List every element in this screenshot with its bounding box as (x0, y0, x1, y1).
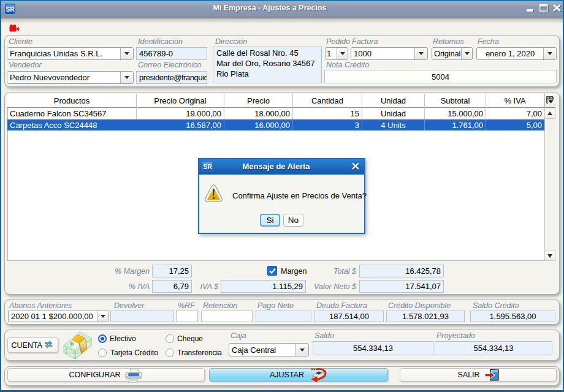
svg-text:SR: SR (6, 6, 15, 13)
